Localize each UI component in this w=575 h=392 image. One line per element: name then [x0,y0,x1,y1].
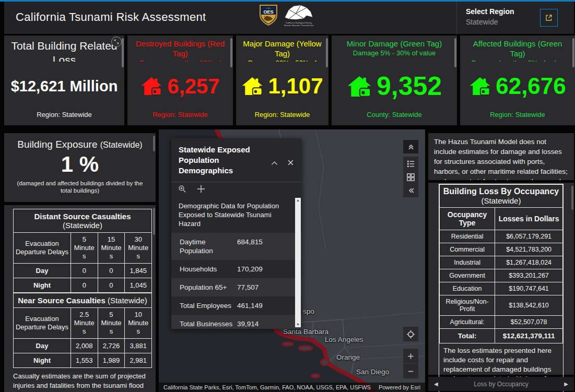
casualty-row: Day001,845 [14,264,152,278]
legend-button[interactable] [403,157,418,170]
stat-value: 1,107 [236,62,328,111]
stat-card: Affected Buildings (Green Tag) Damage le… [460,35,575,125]
stat-title: Affected Buildings (Green Tag) [466,39,569,58]
collapse-left-button[interactable] [403,184,418,197]
pager-prev-icon[interactable]: ◀ [434,381,438,387]
distant-source-casualties-table: Distant Source Casualties (Statewide) Ev… [13,209,152,293]
exposure-value: 1 % [4,152,156,177]
demographic-value: 39,914 [237,319,259,328]
pager-next-icon[interactable]: ▶ [564,381,568,387]
card-scrollbar[interactable] [122,38,124,67]
map-attribution: California State Parks, Esri, TomTom, Ga… [159,383,425,392]
popup-close-button[interactable] [288,158,294,168]
scroll-down-icon[interactable]: ▼ [296,322,300,327]
building-loss-table: Building Loss By Occupancy (Statewide) O… [439,184,563,343]
stat-card-header: Minor Damage (Green Tag) Damage 5% - 30%… [332,35,457,62]
stat-card-header: Major Damage (Yellow Tag) Damage 30% - 5… [236,35,328,62]
stat-card-header: Total Building Related Loss [4,35,124,62]
column-header: 10 Minutes [125,308,152,339]
header: California Tsunami Risk Assessment C A L… [4,2,574,34]
occupancy-row: Education$190,747,641 [440,282,563,295]
demographic-row: Daytime Population 684,815 [171,233,302,260]
card-scrollbar[interactable] [326,38,328,67]
minus-icon [407,367,415,375]
scroll-up-icon[interactable]: ▲ [296,198,300,203]
right-column: The Hazus Tsunami Model does not include… [428,129,575,392]
hazus-note-panel: The Hazus Tsunami Model does not include… [428,133,574,180]
region-selector-label: Select Region [466,7,514,16]
demographics-list: Daytime Population 684,815 Households 17… [171,233,302,329]
stat-subtitle: Damage 5% - 30% of value [338,49,451,57]
pager-label: Loss by Occupancy [474,381,529,388]
double-chevron-left-icon [406,186,416,195]
panel-scrollbar[interactable] [153,136,155,151]
zoom-to-button[interactable] [178,185,186,195]
locate-icon [406,330,415,339]
stat-number: 6,257 [167,75,219,98]
card-scrollbar[interactable] [454,38,456,67]
zoom-out-button[interactable] [403,364,418,378]
stat-title: Minor Damage (Green Tag) [338,39,451,49]
column-header: 5 Minutes [71,233,98,264]
map-city-label: San Diego [356,368,389,376]
demographic-row: Households 170,209 [171,260,302,278]
region-selector[interactable]: Select Region Statewide [466,7,514,26]
card-scrollbar[interactable] [230,38,232,67]
basemap-gallery-button[interactable] [403,170,418,184]
locate-button[interactable] [403,327,418,341]
chevron-up-icon [271,161,278,165]
basemap-grid-icon [406,173,415,182]
zoom-in-button[interactable] [403,349,418,364]
stat-value: 6,257 [127,62,233,111]
legend-icon [406,159,415,168]
column-header: 30 Minutes [125,233,152,264]
stat-title: Major Damage (Yellow Tag) [242,39,322,58]
stat-title: Destroyed Buildings (Red Tag) [134,39,227,58]
house-tag-icon [347,75,372,98]
plus-icon [407,352,415,360]
casualty-row: Night1,5531,9892,981 [14,353,152,368]
demographic-label: Households [180,265,234,274]
expand-card-icon[interactable] [111,37,122,47]
stat-card-header: Destroyed Buildings (Red Tag) Damage mor… [127,35,233,62]
occupancy-table-title: Building Loss By Occupancy (Statewide) [440,185,563,208]
map-city-label: Santa Barbara [283,328,328,336]
cgs-logo: California Geological Survey Seismic Haz… [284,5,314,27]
stat-value: 62,676 [460,62,575,111]
popup-collapse-button[interactable] [271,158,278,168]
column-header: Losses in Dollars [495,208,563,230]
close-icon [288,160,294,165]
popup-scrollbar[interactable]: ▲ ▼ [295,198,301,327]
stat-card: Major Damage (Yellow Tag) Damage 30% - 5… [236,35,328,125]
open-selector-button[interactable] [540,9,558,27]
stat-number: 62,676 [496,73,566,99]
column-header: 2.5 Minutes [71,308,98,339]
building-exposure-panel: Building Exposure (Statewide) 1 % (damag… [4,133,156,202]
occupancy-panel: Building Loss By Occupancy (Statewide) O… [428,183,574,375]
occupancy-total-row: Total: $12,621,379,111 [440,329,563,343]
demographic-row: Population 65+ 77,507 [171,278,302,296]
occupancy-row: Religious/Non-Profit$138,542,610 [440,295,563,316]
stat-footer: Region: Statewide [460,111,575,118]
stat-card-header: Affected Buildings (Green Tag) Damage le… [460,35,575,62]
stat-cards-row: Total Building Related Loss $12,621 Mill… [4,35,575,125]
card-scrollbar[interactable] [572,38,574,67]
region-selector-value[interactable]: Statewide [466,18,514,26]
pan-to-button[interactable] [197,185,205,195]
panel-scrollbar[interactable] [153,208,155,235]
casualties-panel: Distant Source Casualties (Statewide) Ev… [4,205,156,392]
stat-footer: Region: Statewide [4,111,124,118]
powered-by-esri: Powered by Esri [379,384,420,390]
panel-scrollbar[interactable] [571,186,573,210]
house-tag-icon [469,76,491,96]
distant-table-title: Distant Source Casualties (Statewide) [14,209,152,233]
demographic-label: Daytime Population [180,237,234,255]
map-city-label: spo [303,307,314,315]
svg-text:OES: OES [263,9,273,15]
demographic-value: 170,209 [237,265,263,274]
cal-oes-logo: C A L OES [260,5,277,26]
page-title: California Tsunami Risk Assessment [16,10,206,24]
map-canvas[interactable]: spo Santa Barbara Los Angeles Orange San… [159,129,425,392]
collapse-panel-button[interactable] [403,140,418,153]
cgs-caption-2: Seismic Hazards / Tsunami Unit [284,24,313,27]
